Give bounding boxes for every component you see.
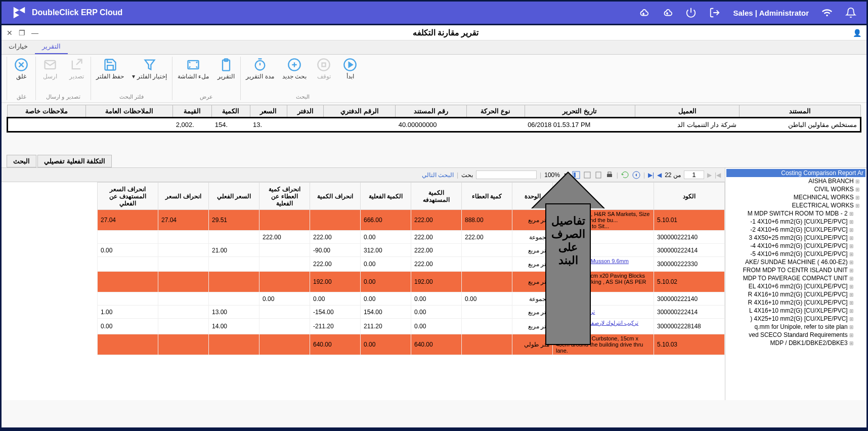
- ribbon-send-button[interactable]: ارسل: [38, 57, 62, 81]
- report-grid[interactable]: الكود الوحدة كمية العطاء الكمية المستهدف…: [2, 182, 725, 400]
- ribbon-fullscreen-button[interactable]: ملء الشاشة: [175, 57, 212, 81]
- col-edit-date[interactable]: تاريخ التحرير: [525, 105, 635, 118]
- report-row[interactable]: 300000222414متر مربع222.00312.00-90.0021…: [98, 244, 725, 257]
- tree-item[interactable]: L 4X16+10 mm2(G) [CU/XLPE/PVC] ⊞: [726, 307, 865, 315]
- report-row[interactable]: 300000222140Executing theمجموعة222.00222…: [98, 231, 725, 244]
- tree-item[interactable]: EL 4X10+6 mm2(G) [CU/XLPE/PVC] ⊞: [726, 282, 865, 290]
- ribbon-group-filter-label: فلتر البحث: [119, 94, 144, 100]
- window-user-icon[interactable]: 👤: [853, 29, 861, 37]
- tree-item[interactable]: M MDP SWITCH ROOM TO MDB - 2 ⊞: [726, 209, 865, 218]
- ribbon-close-button[interactable]: غلق: [9, 57, 33, 81]
- tree-item[interactable]: 3 4X50+25 mm2(G) [CU/XLPE/PVC] ⊞: [726, 234, 865, 242]
- tree-item[interactable]: MECHNICAL WORKS ⊞: [726, 193, 865, 201]
- col-price[interactable]: السعر: [250, 105, 287, 118]
- col-document[interactable]: المستند: [740, 105, 861, 118]
- mid-tab-detail[interactable]: التكلفة الفعلية تفصيلي: [37, 155, 112, 167]
- ribbon-filter-select-button[interactable]: إختيار الفلتر ▾: [129, 57, 170, 81]
- user-label[interactable]: Sales | Administrator: [733, 9, 809, 17]
- page-setup-icon[interactable]: [594, 171, 602, 179]
- find-input[interactable]: [476, 170, 537, 179]
- col-quantity[interactable]: الكمية: [212, 105, 250, 118]
- prev-page-icon[interactable]: ▶: [707, 171, 712, 179]
- cloud-download-icon[interactable]: [638, 7, 649, 18]
- report-toolbar: البحث التالي | بحث | 100% ▼ | | ▶| ◀ من …: [2, 168, 725, 182]
- next-page-icon[interactable]: ◀: [657, 171, 662, 179]
- tree-item[interactable]: -1 4X10+6 mm2(G) [CU/XLPE/PVC] ⊞: [726, 218, 865, 226]
- wifi-icon: [821, 7, 833, 18]
- tree-item[interactable]: R 4X16+10 mm2(G) [CU/XLPE/PVC] ⊞: [726, 290, 865, 298]
- col-client[interactable]: العميل: [635, 105, 739, 118]
- cloud-upload-icon[interactable]: [662, 7, 673, 18]
- col-document-no[interactable]: رقم المستند: [396, 105, 467, 118]
- col-special-notes[interactable]: ملاحظات خاصة: [8, 105, 86, 118]
- report-row[interactable]: 5.10.02Grey Color 10cm x20 Paving Blocks…: [98, 272, 725, 292]
- rcol-desc: [553, 183, 654, 210]
- tree-item[interactable]: -2 4X10+6 mm2(G) [CU/XLPE/PVC] ⊞: [726, 226, 865, 234]
- mid-tab-search[interactable]: البحث: [7, 155, 36, 167]
- col-transaction-type[interactable]: نوع الحركة: [466, 105, 525, 118]
- refresh-icon[interactable]: [621, 171, 629, 179]
- tree-item[interactable]: -5 4X10+6 mm2(G) [CU/XLPE/PVC] ⊞: [726, 250, 865, 258]
- rcol-actual-price: السعر الفعلي: [209, 183, 259, 210]
- app-header: DoubleClick ERP Cloud Sales | Administra…: [0, 0, 868, 25]
- ribbon-report-button[interactable]: التقرير: [214, 57, 238, 81]
- tree-item[interactable]: MDP / DBK1/DBKE2/DBKE3 ⊞: [726, 339, 865, 347]
- logout-icon[interactable]: [709, 7, 720, 18]
- zoom-label[interactable]: 100%: [544, 171, 560, 179]
- back-icon[interactable]: [632, 171, 640, 179]
- last-page-icon[interactable]: ▶|: [648, 171, 654, 179]
- rcol-actual-qty: الكمية الفعلية: [361, 183, 411, 210]
- tab-report[interactable]: التقرير: [35, 40, 68, 54]
- ribbon-stop-button[interactable]: توقف: [312, 57, 336, 81]
- report-row[interactable]: 300000222330Tiles Anti Slip Musson 9.6mm…: [98, 257, 725, 272]
- upper-grid-row[interactable]: مستخلص مقاولين الباطن شركة دار التنميات …: [8, 118, 861, 132]
- tree-item[interactable]: MDP TO PAVERAGE COMPACT UNIT ⊞: [726, 274, 865, 282]
- window-minimize-icon[interactable]: —: [31, 29, 38, 37]
- layout-icon[interactable]: [572, 171, 580, 179]
- report-row[interactable]: 3000002228148تركيب انترلوك لارصفة الموقع…: [98, 319, 725, 334]
- ribbon-new-search-button[interactable]: بحث جديد: [279, 57, 310, 81]
- tree-item[interactable]: q.mm for Unipole, refer to site plan ⊞: [726, 323, 865, 331]
- ribbon-start-button[interactable]: ابدأ: [338, 57, 362, 81]
- tree-item[interactable]: -4 4X10+6 mm2(G) [CU/XLPE/PVC] ⊞: [726, 242, 865, 250]
- report-row[interactable]: 5.10.01Walkway Tiles, H&R SA Markets, Si…: [98, 210, 725, 231]
- svg-rect-21: [596, 172, 601, 178]
- power-icon[interactable]: [685, 7, 697, 18]
- ribbon-duration-button[interactable]: مدة التقرير: [243, 57, 277, 81]
- tree-item[interactable]: ved SCECO Standard Requirements ⊞: [726, 331, 865, 339]
- col-book[interactable]: الدفتر: [287, 105, 324, 118]
- first-page-icon[interactable]: |◀: [715, 171, 721, 179]
- page-input[interactable]: [684, 170, 704, 179]
- ribbon-group-view-label: عرض: [200, 94, 213, 100]
- tree-item[interactable]: AISHA BRANCH ⊞: [726, 177, 865, 185]
- col-book-no[interactable]: الرقم الدفتري: [324, 105, 396, 118]
- rcol-bid-qty: كمية العطاء: [462, 183, 512, 210]
- svg-point-2: [318, 59, 329, 70]
- svg-rect-3: [322, 63, 326, 67]
- report-row[interactable]: 300000222140Executing theمجموعة0.000.000…: [98, 292, 725, 306]
- tree-item[interactable]: ) 4X25+10 mm2(G) [CU/XLPE/PVC] ⊞: [726, 315, 865, 323]
- ribbon-save-filter-button[interactable]: حفظ الفلتر: [93, 57, 127, 81]
- window-close-icon[interactable]: ✕: [7, 29, 13, 37]
- tree-item[interactable]: AKE/ SUNDAE MACHINE ( 46.00-E2) ⊞: [726, 258, 865, 266]
- tree-item[interactable]: ELECTRICAL WORKS ⊞: [726, 201, 865, 209]
- report-row[interactable]: 5.10.03P.C. Concrete Curbstone, 15cm x 4…: [98, 334, 725, 355]
- ribbon-export-button[interactable]: تصدير: [64, 57, 89, 81]
- stop-icon: [317, 58, 331, 72]
- tree-root[interactable]: Costing Comparison Report Ar: [726, 169, 865, 177]
- tree-panel[interactable]: Costing Comparison Report Ar AISHA BRANC…: [725, 168, 866, 400]
- book-icon[interactable]: [583, 171, 591, 179]
- bell-icon[interactable]: [845, 7, 856, 18]
- tab-options[interactable]: خيارات: [2, 40, 35, 54]
- svg-rect-22: [607, 174, 612, 177]
- plus-circle-icon: [287, 58, 301, 72]
- report-row[interactable]: 300000222414TILE تركيب بلاطمتر مربع0.001…: [98, 306, 725, 319]
- col-general-notes[interactable]: الملاحظات العامة: [85, 105, 172, 118]
- print-icon[interactable]: [605, 171, 614, 179]
- tree-item[interactable]: R 4X16+10 mm2(G) [CU/XLPE/PVC] ⊞: [726, 298, 865, 307]
- tree-item[interactable]: CIVIL WORKS ⊞: [726, 185, 865, 193]
- find-next-link[interactable]: البحث التالي: [422, 171, 454, 179]
- tree-item[interactable]: FROM MDP TO CENTR ISLAND UNIT ⊞: [726, 266, 865, 274]
- col-value[interactable]: القيمة: [173, 105, 212, 118]
- window-restore-icon[interactable]: ❐: [19, 29, 25, 37]
